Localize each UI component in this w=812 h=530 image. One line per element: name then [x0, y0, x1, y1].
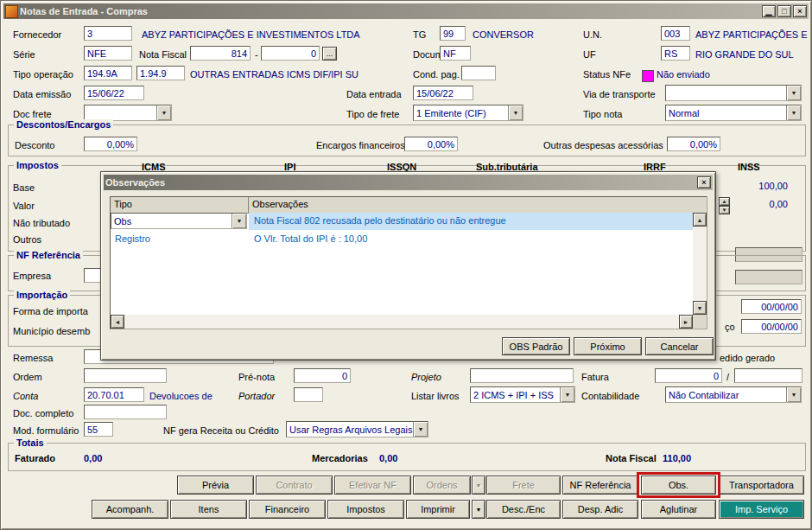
tipo-nota-select[interactable]: Normal ▼	[665, 105, 802, 121]
fatura-separator: /	[726, 372, 729, 382]
tg-name: CONVERSOR	[473, 29, 534, 40]
efetivar-nf-button: Efetivar NF	[334, 476, 411, 495]
imprimir-button[interactable]: Imprimir	[406, 500, 470, 519]
table-row[interactable]: Obs ▼ Nota Fiscal 802 recusada pelo dest…	[111, 213, 693, 230]
serie-label: Série	[13, 49, 35, 60]
pre-nota-input[interactable]: 0	[294, 368, 351, 383]
col-inss: INSS	[738, 162, 760, 172]
imprimir-dropdown-icon[interactable]: ▼	[472, 500, 485, 519]
data-entrada-label: Data entrada	[346, 89, 402, 99]
conta-label: Conta	[13, 391, 38, 401]
financeiro-button[interactable]: Financeiro	[249, 500, 326, 519]
scroll-left-icon[interactable]: ◄	[111, 315, 124, 329]
app-icon	[5, 5, 18, 18]
scroll-up-icon[interactable]: ▲	[693, 213, 707, 227]
mod-formulario-input[interactable]: 55	[84, 422, 113, 437]
desconto-input[interactable]: 0,00%	[84, 137, 137, 151]
horizontal-scrollbar[interactable]: ◄ ►	[111, 315, 693, 329]
tg-code-input[interactable]: 99	[440, 26, 466, 41]
importacao-data1-input[interactable]: 00/00/00	[741, 299, 802, 314]
encargos-input[interactable]: 0,00%	[404, 137, 458, 151]
observacoes-titlebar[interactable]: Observações ×	[104, 175, 713, 190]
scrollbar-corner	[693, 315, 707, 329]
scroll-up-icon[interactable]: ▲	[719, 197, 730, 206]
impostos-button[interactable]: Impostos	[327, 500, 404, 519]
via-transporte-select[interactable]: ▼	[665, 85, 802, 101]
scroll-down-icon[interactable]: ▼	[693, 301, 707, 315]
doc-completo-input[interactable]	[84, 405, 167, 419]
nf-referencia-button[interactable]: NF Referência	[562, 476, 638, 495]
dropdown-icon[interactable]: ▼	[786, 105, 801, 120]
impostos-row-nao-tributado: Não tributado	[13, 218, 70, 228]
tipo-select-value: Obs	[111, 216, 232, 227]
main-titlebar[interactable]: Notas de Entrada - Compras ▁ □ ×	[3, 3, 809, 19]
fornecedor-code-input[interactable]: 3	[84, 26, 132, 41]
uf-code-input[interactable]: RS	[661, 46, 690, 61]
fatura2-input[interactable]	[734, 368, 802, 383]
desc-enc-button[interactable]: Desc./Enc	[486, 500, 561, 519]
importacao-data2-input[interactable]: 00/00/00	[741, 319, 802, 334]
cancelar-button[interactable]: Cancelar	[645, 337, 714, 355]
dropdown-icon[interactable]: ▼	[508, 105, 523, 120]
scroll-right-icon[interactable]: ►	[679, 315, 693, 329]
observacoes-close-icon[interactable]: ×	[697, 176, 711, 188]
minimize-icon[interactable]: ▁	[762, 5, 776, 17]
nota-fiscal-total-value: 110,00	[663, 453, 691, 463]
tipo-operacao-code2-input[interactable]: 1.94.9	[136, 66, 185, 80]
imp-servico-button[interactable]: Imp. Serviço	[719, 500, 804, 519]
tipo-cell: Obs ▼	[111, 213, 249, 230]
nota-fiscal-lookup-button[interactable]: ...	[322, 47, 337, 61]
tipo-operacao-code1-input[interactable]: 194.9A	[84, 66, 132, 80]
transportadora-button[interactable]: Transportadora	[719, 476, 804, 495]
desp-adic-button[interactable]: Desp. Adic	[562, 500, 638, 519]
acompanh-button[interactable]: Acompanh.	[92, 500, 168, 519]
dropdown-icon[interactable]: ▼	[413, 422, 428, 437]
table-row[interactable]: Registro O Vlr. Total do IPI é : 10,00	[111, 231, 693, 248]
data-emissao-input[interactable]: 15/06/22	[84, 86, 144, 100]
observacao-text: O Vlr. Total do IPI é : 10,00	[249, 231, 693, 248]
doc-frete-label: Doc frete	[13, 109, 52, 119]
ordem-label: Ordem	[13, 372, 42, 382]
obs-button[interactable]: Obs.	[641, 476, 716, 495]
tipo-frete-select[interactable]: 1 Emitente (CIF) ▼	[413, 105, 523, 121]
conta-input[interactable]: 20.70.01	[84, 387, 144, 402]
itens-button[interactable]: Itens	[170, 500, 247, 519]
data-entrada-input[interactable]: 15/06/22	[413, 86, 473, 100]
contabilidade-select[interactable]: Não Contabilizar ▼	[665, 386, 802, 403]
ordem-input[interactable]	[84, 368, 167, 383]
scroll-down-icon[interactable]: ▼	[719, 206, 730, 214]
aglutinar-button[interactable]: Aglutinar	[641, 500, 716, 519]
nf-gera-select[interactable]: Usar Regras Arquivos Legais ▼	[286, 421, 428, 437]
outras-despesas-input[interactable]: 0,00%	[667, 137, 720, 151]
nota-fiscal-separator: -	[255, 49, 258, 60]
vertical-scrollbar[interactable]: ▲ ▼	[693, 213, 707, 315]
dropdown-icon[interactable]: ▼	[786, 86, 801, 100]
close-icon[interactable]: ×	[793, 5, 807, 17]
un-code-input[interactable]: 003	[661, 26, 690, 41]
doc-completo-label: Doc. completo	[13, 408, 73, 418]
obs-padrao-button[interactable]: OBS Padrão	[502, 337, 570, 355]
projeto-input[interactable]	[470, 368, 574, 383]
serie-input[interactable]: NFE	[84, 46, 132, 61]
frete-button: Frete	[486, 476, 561, 495]
cond-pag-input[interactable]	[461, 66, 496, 80]
fatura-input[interactable]: 0	[655, 368, 722, 383]
previa-button[interactable]: Prévia	[177, 476, 254, 495]
proximo-button[interactable]: Próximo	[574, 337, 642, 355]
portador-input[interactable]	[294, 387, 323, 402]
maximize-icon[interactable]: □	[777, 5, 791, 17]
impostos-row-base: Base	[13, 182, 35, 193]
listar-livros-select[interactable]: 2 ICMS + IPI + ISS ▼	[470, 386, 575, 403]
documento-input[interactable]: NF	[440, 46, 471, 61]
nota-fiscal-sub-input[interactable]: 0	[261, 46, 320, 61]
tipo-select[interactable]: Obs ▼	[111, 213, 247, 229]
dropdown-icon[interactable]: ▼	[786, 387, 801, 402]
dropdown-icon[interactable]: ▼	[156, 105, 171, 120]
dropdown-icon[interactable]: ▼	[232, 214, 246, 228]
tipo-nota-label: Tipo nota	[583, 109, 622, 119]
nota-fiscal-input[interactable]: 814	[190, 46, 251, 61]
remessa-label: Remessa	[13, 353, 53, 363]
col-header-tipo[interactable]: Tipo	[111, 197, 249, 213]
dropdown-icon[interactable]: ▼	[560, 387, 574, 402]
col-header-observacoes[interactable]: Observações	[249, 197, 707, 213]
